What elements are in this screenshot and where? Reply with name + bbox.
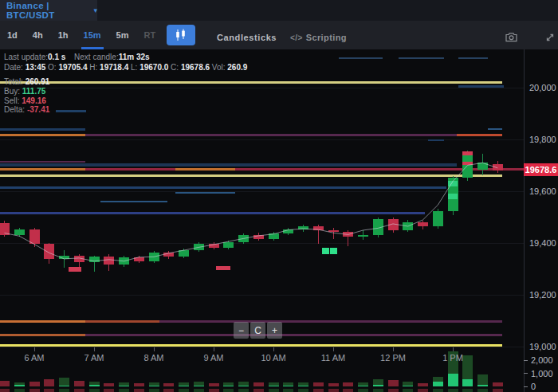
price-level-line — [56, 110, 86, 112]
delta-bar — [462, 389, 473, 392]
candle — [313, 226, 324, 230]
zoom-in-button[interactable]: + — [267, 322, 282, 339]
screenshot-button[interactable] — [505, 31, 517, 45]
volume-bar — [313, 382, 324, 386]
delta-bar — [403, 389, 413, 392]
chart-type-dropdown[interactable]: Candlesticks — [217, 33, 277, 42]
candle — [194, 244, 204, 250]
ohlc-value: 19718.4 — [100, 63, 131, 72]
stat-row: Total: 260.91 — [4, 77, 49, 87]
signal-marker — [462, 151, 473, 155]
ohlc-key: H: — [89, 63, 100, 72]
candle — [119, 257, 129, 265]
time-tick — [34, 347, 35, 351]
buy-volume-bar — [433, 382, 443, 386]
expand-icon — [545, 33, 555, 42]
candle — [253, 235, 264, 239]
volume-bar — [328, 383, 339, 386]
price-level-line — [0, 161, 85, 163]
volume-bar — [493, 382, 503, 386]
gridline — [0, 243, 524, 244]
ohlc-key: O: — [48, 63, 58, 72]
buy-volume-bar — [14, 385, 25, 386]
time-tick-label: 8 AM — [136, 353, 171, 363]
signal-marker — [448, 181, 458, 186]
price-level-line — [100, 201, 167, 202]
price-level-line — [399, 57, 444, 59]
delta-bar — [119, 389, 129, 392]
timeframe-1h[interactable]: 1h — [56, 21, 71, 49]
delta-bar — [358, 389, 368, 392]
timeframe-RT[interactable]: RT — [141, 21, 158, 49]
ohlc-value: 19670.0 — [140, 63, 171, 72]
delta-bar — [209, 389, 219, 392]
price-axis[interactable]: 20,00019,80019,60019,40019,20019,000 — [524, 49, 558, 347]
candle — [358, 235, 368, 237]
delta-bar — [343, 389, 353, 392]
time-tick-label: 12 PM — [375, 353, 411, 363]
volume-bar — [209, 383, 219, 386]
price-level-line — [85, 334, 502, 336]
scripting-button[interactable]: </>Scripting — [290, 33, 347, 42]
delta-bar — [313, 389, 324, 392]
delta-bar — [269, 389, 279, 392]
volume-bar — [253, 382, 264, 386]
time-tick-label: 10 AM — [256, 353, 291, 363]
volume-tick-label: 2,000 — [531, 355, 553, 365]
candle — [493, 164, 503, 171]
fullscreen-button[interactable] — [545, 31, 555, 45]
time-tick-label: 9 AM — [196, 353, 231, 363]
signal-marker — [462, 162, 473, 165]
timeframe-5m[interactable]: 5m — [114, 21, 132, 49]
buy-volume-bar — [119, 386, 129, 386]
chart-type-button[interactable] — [167, 25, 195, 45]
signal-marker — [322, 248, 329, 254]
candle — [149, 253, 159, 261]
delta-bar — [298, 389, 308, 392]
volume-stats: Total: 260.91Buy: 111.75Sell: 149.16Delt… — [4, 77, 49, 115]
delta-bar — [59, 389, 69, 392]
candle — [223, 242, 234, 248]
price-level-line — [85, 168, 175, 171]
reset-zoom-button[interactable]: C — [250, 322, 265, 339]
candle — [328, 230, 339, 233]
gridline — [0, 88, 524, 88]
buy-volume-bar — [89, 385, 100, 386]
price-level-line — [0, 320, 85, 323]
candle — [179, 250, 189, 257]
candle — [74, 256, 84, 262]
price-level-line — [458, 57, 488, 59]
candle — [373, 219, 383, 235]
ohlc-value: 19705.4 — [58, 63, 89, 72]
symbol-selector[interactable]: Binance | BTC/USDT ▾ — [0, 0, 97, 21]
chevron-down-icon: ▾ — [93, 6, 97, 14]
time-tick-label: 6 AM — [17, 353, 52, 363]
zoom-out-button[interactable]: − — [234, 322, 249, 339]
price-level-line — [458, 85, 504, 88]
delta-bar — [493, 389, 503, 392]
buy-volume-bar — [373, 385, 383, 386]
candle — [388, 219, 399, 230]
status-readout: Last update:0.1 s Next candle:11m 32s Da… — [4, 53, 247, 73]
price-tick-label: 19,400 — [529, 238, 556, 248]
timeframe-1d[interactable]: 1d — [5, 21, 20, 49]
timeframe-15m[interactable]: 15m — [81, 21, 104, 49]
gridline — [0, 295, 524, 296]
delta-bar — [223, 389, 234, 392]
price-level-line — [0, 81, 502, 84]
price-level-line — [0, 163, 457, 167]
buy-volume-bar — [462, 379, 473, 386]
candle — [403, 222, 413, 230]
volume-bar — [44, 379, 54, 386]
delta-bar — [238, 389, 249, 392]
timeframe-4h[interactable]: 4h — [30, 21, 45, 49]
time-tick — [94, 347, 95, 351]
code-icon: </> — [290, 33, 303, 42]
volume-bar — [163, 383, 174, 386]
price-level-line — [428, 139, 444, 141]
candle — [29, 229, 40, 244]
volume-bar — [74, 381, 84, 386]
time-axis[interactable]: 6 AM7 AM8 AM9 AM10 AM11 AM12 PM1 PM — [0, 347, 524, 362]
candle — [89, 257, 100, 262]
ohlc-key: Vol: — [212, 63, 227, 72]
